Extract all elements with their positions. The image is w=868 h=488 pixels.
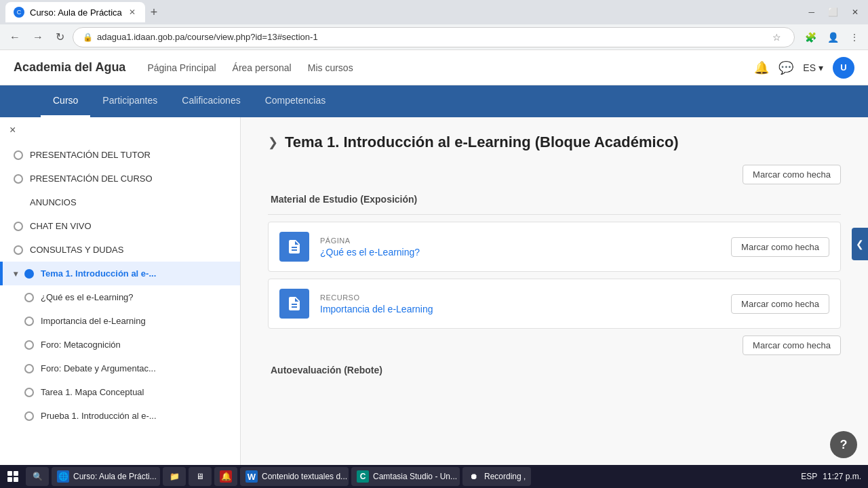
mark-done-button-pagina[interactable]: Marcar como hecha [731, 237, 829, 257]
sidebar-label-metacognicion: Foro: Metacognición [41, 340, 121, 350]
sidebar-item-chat[interactable]: CHAT EN VIVO [0, 214, 240, 238]
card-right-pagina: Marcar como hecha [731, 237, 829, 257]
section-header: ❯ Tema 1. Introducción al e-Learning (Bl… [268, 134, 841, 151]
sidebar-circle-consultas [14, 245, 23, 255]
tab-favicon: C [14, 7, 24, 18]
user-avatar[interactable]: U [833, 57, 854, 79]
taskbar-camtasia-label: Camtasia Studio - Un... [373, 472, 457, 481]
profile-icon[interactable]: 👤 [824, 30, 842, 44]
sidebar-item-debate[interactable]: Foro: Debate y Argumentac... [0, 357, 240, 380]
content-row-top: Marcar como hecha [268, 165, 841, 184]
top-navigation: Academia del Agua Página Principal Área … [0, 50, 868, 85]
nav-link-personal[interactable]: Área personal [233, 62, 292, 73]
extensions-icon[interactable]: 🧩 [802, 30, 820, 44]
sidebar-item-importancia[interactable]: Importancia del e-Learning [0, 309, 240, 333]
main-layout: × PRESENTACIÓN DEL TUTOR PRESENTACIÓN DE… [0, 117, 868, 465]
taskbar-browser-label: Curso: Aula de Prácti... [73, 472, 157, 481]
sidebar-label-tema1: Tema 1. Introducción al e-... [41, 268, 156, 279]
sidebar-item-tema1[interactable]: ▾ Tema 1. Introducción al e-... [0, 262, 240, 285]
item-link-pagina[interactable]: ¿Qué es el e-Learning? [320, 247, 420, 258]
taskbar-recording[interactable]: ⏺ Recording , [462, 467, 531, 486]
taskbar-explorer[interactable]: 📁 [163, 467, 186, 486]
page-icon [286, 239, 302, 255]
language-selector[interactable]: ES ▾ [803, 62, 823, 73]
sidebar-close-button[interactable]: × [0, 117, 240, 143]
card-right-recurso: Marcar como hecha [731, 294, 829, 314]
item-icon-pagina [279, 232, 309, 262]
new-tab-button[interactable]: + [148, 5, 161, 20]
nav-right: 🔔 💬 ES ▾ U [754, 57, 854, 79]
taskbar-search[interactable]: 🔍 [26, 467, 49, 486]
maximize-button[interactable]: ⬜ [824, 6, 842, 18]
page-wrapper: Academia del Agua Página Principal Área … [0, 50, 868, 465]
address-bar[interactable]: 🔒 adagua1.idaan.gob.pa/course/view.php?i… [73, 27, 795, 47]
back-button[interactable]: ← [5, 28, 24, 46]
refresh-button[interactable]: ↻ [52, 28, 68, 46]
sidebar-label-tutor: PRESENTACIÓN DEL TUTOR [30, 150, 151, 160]
menu-icon[interactable]: ⋮ [846, 30, 863, 44]
course-tabs: Curso Participantes Calificaciones Compe… [0, 85, 868, 117]
taskbar-lang: ESP [801, 472, 817, 481]
taskbar-word[interactable]: W Contenido textuales d... [240, 467, 349, 486]
section-collapse-icon[interactable]: ❯ [268, 135, 278, 150]
browser-menu-buttons: 🧩 👤 ⋮ [802, 30, 863, 44]
taskbar-browser-icon: 🌐 [57, 470, 69, 483]
taskbar-browser[interactable]: 🌐 Curso: Aula de Prácti... [52, 467, 160, 486]
taskbar-app2[interactable]: 🔔 [214, 467, 237, 486]
nav-link-courses[interactable]: Mis cursos [308, 62, 353, 73]
item-info-pagina: PÁGINA ¿Qué es el e-Learning? [320, 237, 720, 258]
item-icon-recurso [279, 289, 309, 319]
sidebar-item-tutor[interactable]: PRESENTACIÓN DEL TUTOR [0, 143, 240, 167]
sidebar-circle-curso [14, 174, 23, 184]
mark-done-button-bottom[interactable]: Marcar como hecha [743, 336, 841, 355]
sidebar-label-importancia: Importancia del e-Learning [41, 316, 146, 326]
sidebar-label-que-es: ¿Qué es el e-Learning? [41, 292, 134, 302]
start-button[interactable] [3, 467, 23, 486]
sidebar-circle-prueba [24, 411, 34, 421]
tab-calificaciones[interactable]: Calificaciones [170, 85, 252, 117]
subsection-autoevaluacion-label: Autoevaluación (Rebote) [268, 365, 841, 375]
course-item-pagina: PÁGINA ¿Qué es el e-Learning? Marcar com… [268, 222, 841, 272]
notifications-icon[interactable]: 🔔 [754, 60, 769, 75]
minimize-button[interactable]: ─ [804, 6, 818, 18]
tab-curso[interactable]: Curso [41, 85, 90, 117]
lang-label: ES [803, 62, 816, 73]
resource-icon [286, 296, 302, 312]
close-button[interactable]: ✕ [848, 6, 863, 18]
forward-button[interactable]: → [28, 28, 47, 46]
mark-done-button-top[interactable]: Marcar como hecha [743, 165, 841, 184]
right-collapse-button[interactable]: ❮ [852, 228, 868, 260]
sidebar-item-anuncios[interactable]: ANUNCIOS [0, 190, 240, 214]
item-type-pagina: PÁGINA [320, 237, 720, 245]
sidebar-chevron-tema1: ▾ [14, 269, 18, 279]
tab-title: Curso: Aula de Práctica [30, 7, 122, 18]
tab-competencias[interactable]: Competencias [253, 85, 338, 117]
tab-participantes[interactable]: Participantes [90, 85, 170, 117]
taskbar-monitor[interactable]: 🖥 [189, 467, 212, 486]
bookmark-icon[interactable]: ☆ [769, 30, 785, 44]
main-nav-links: Página Principal Área personal Mis curso… [147, 62, 353, 73]
site-brand: Academia del Agua [14, 60, 125, 75]
item-link-recurso[interactable]: Importancia del e-Learning [320, 304, 433, 314]
item-info-recurso: RECURSO Importancia del e-Learning [320, 293, 720, 314]
browser-tab-active[interactable]: C Curso: Aula de Práctica ✕ [5, 2, 145, 22]
sidebar-item-metacognicion[interactable]: Foro: Metacognición [0, 333, 240, 357]
nav-link-principal[interactable]: Página Principal [147, 62, 216, 73]
mark-done-button-recurso[interactable]: Marcar como hecha [731, 294, 829, 314]
taskbar-explorer-icon: 📁 [168, 470, 180, 483]
taskbar: 🔍 🌐 Curso: Aula de Prácti... 📁 🖥 🔔 W Con… [0, 465, 868, 488]
help-button[interactable]: ? [830, 431, 857, 458]
sidebar-item-consultas[interactable]: CONSULTAS Y DUDAS [0, 238, 240, 262]
sidebar-item-prueba[interactable]: Prueba 1. Introducción al e-... [0, 404, 240, 428]
tab-close-button[interactable]: ✕ [127, 6, 137, 18]
section-title: Tema 1. Introducción al e-Learning (Bloq… [285, 134, 679, 151]
messages-icon[interactable]: 💬 [778, 60, 793, 75]
taskbar-camtasia[interactable]: C Camtasia Studio - Un... [351, 467, 460, 486]
sidebar-label-curso: PRESENTACIÓN DEL CURSO [30, 174, 153, 184]
taskbar-camtasia-icon: C [357, 470, 369, 483]
sidebar-item-curso[interactable]: PRESENTACIÓN DEL CURSO [0, 167, 240, 190]
course-item-recurso: RECURSO Importancia del e-Learning Marca… [268, 279, 841, 329]
sidebar-item-que-es[interactable]: ¿Qué es el e-Learning? [0, 285, 240, 309]
browser-window-controls: ─ ⬜ ✕ [804, 6, 863, 18]
sidebar-item-tarea[interactable]: Tarea 1. Mapa Conceptual [0, 380, 240, 404]
